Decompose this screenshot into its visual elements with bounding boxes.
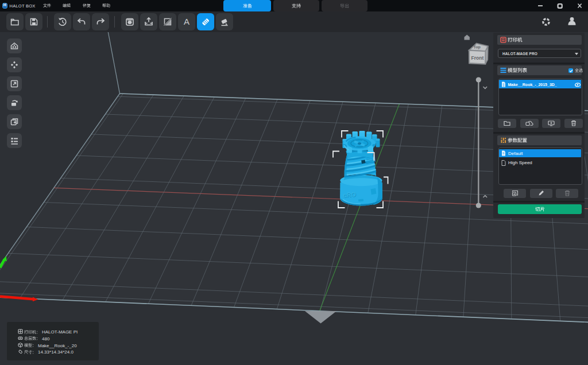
svg-text:cRO: cRO — [343, 191, 357, 199]
svg-text:Front: Front — [471, 55, 484, 61]
svg-text:A: A — [184, 17, 189, 26]
